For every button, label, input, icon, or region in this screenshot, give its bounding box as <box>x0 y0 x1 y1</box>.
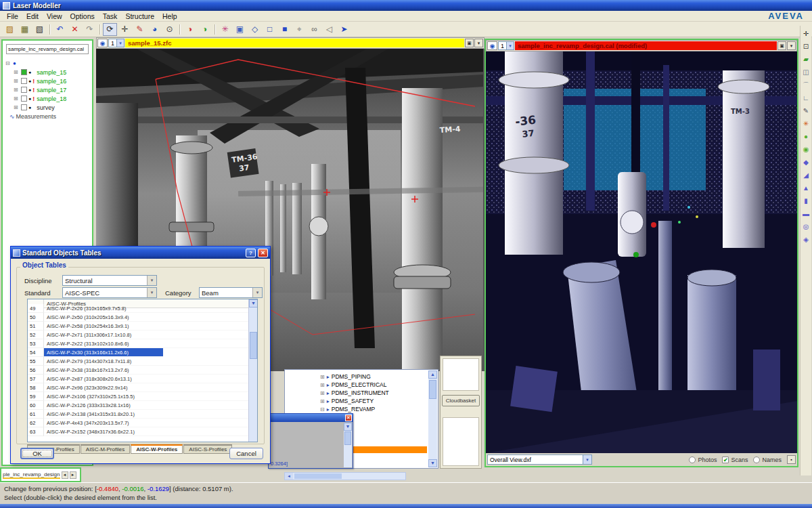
model-sphere-icon[interactable]: ◑ <box>198 23 212 36</box>
cancel-button[interactable]: Cancel <box>229 448 263 459</box>
tree-root-expand-icon[interactable]: ⊟ <box>5 60 12 66</box>
scan-sphere-icon[interactable]: ◑ <box>183 23 197 36</box>
open-model-icon[interactable]: ▦ <box>18 23 32 36</box>
menu-file[interactable]: File <box>3 12 22 21</box>
viewport-camera-icon[interactable]: ◉ <box>487 41 497 50</box>
table-row[interactable]: 59 AISC-W-P-2x106 (327x310x25.1x15.5) <box>28 392 248 401</box>
selected-row-highlight[interactable] <box>346 446 427 453</box>
chevron-down-icon[interactable]: ▾ <box>116 39 124 47</box>
dialog-titlebar[interactable]: Standard Objects Tables ? ✕ <box>11 247 270 259</box>
expand-icon[interactable]: ⊞ <box>14 104 20 110</box>
tree-item-sample-18[interactable]: ⊞ ● ! sample_18 <box>5 94 92 103</box>
table-scrollbar[interactable]: ▲ ▼ <box>248 299 257 442</box>
scrollbar-thumb[interactable] <box>294 473 342 479</box>
rail-box-icon[interactable]: ▮ <box>801 194 811 207</box>
tab-aisc-m-profiles[interactable]: AISC-M-Profiles <box>81 444 130 454</box>
model-view-number-select[interactable]: 1 ▾ <box>498 41 514 50</box>
cube-icon[interactable]: ■ <box>277 23 292 36</box>
window-titlebar[interactable]: Laser Modeller <box>0 0 812 11</box>
table-row[interactable]: 49 AISC-W-P-2x26 (310x165x9.7x5.8) <box>28 304 248 313</box>
chevron-down-icon[interactable]: ▾ <box>147 276 156 285</box>
menu-help[interactable]: Help <box>158 12 181 21</box>
menu-view[interactable]: View <box>43 12 66 21</box>
table-row[interactable]: 60 AISC-W-P-2x126 (333x313x28.1x16) <box>28 401 248 410</box>
rail-poly-icon[interactable]: ◈ <box>801 233 811 246</box>
rail-move-icon[interactable]: ✛ <box>801 27 811 40</box>
toggle-names[interactable]: Names <box>753 457 782 463</box>
scroll-down-icon[interactable]: ▼ <box>428 459 437 467</box>
table-row[interactable]: 50 AISC-W-P-2x50 (310x205x16.3x9.4) <box>28 313 248 322</box>
scan-viewport-title[interactable]: sample_15.zfc <box>125 39 464 47</box>
table-row[interactable]: 53 AISC-W-P-2x22 (313x102x10.8x6.6) <box>28 339 248 348</box>
pdms-item-instrument[interactable]: ⊞ ▸ PDMS_INSTRUMENT <box>285 389 438 397</box>
tab-prev-button[interactable]: ◂ <box>62 471 68 479</box>
rail-wedge-icon[interactable]: ◢ <box>801 169 811 182</box>
scroll-down-icon[interactable]: ▼ <box>249 299 258 308</box>
chevron-down-icon[interactable]: ▾ <box>147 288 156 297</box>
snap-icon[interactable]: ⌖ <box>292 23 307 36</box>
cad-model-render[interactable]: -36 37 TM-3 <box>486 51 797 453</box>
rail-plane-icon[interactable]: ▰ <box>801 53 811 66</box>
measurement-scrollbar[interactable]: ▲ ▼ <box>344 423 352 467</box>
pdms-item-electrical[interactable]: ⊞ ▸ PDMS_ELECTRICAL <box>285 381 438 389</box>
scan-view-number-select[interactable]: 1 ▾ <box>108 39 125 47</box>
link-icon[interactable]: ∞ <box>307 23 321 36</box>
tree-item-sample-15[interactable]: ⊞ ● sample_15 <box>5 68 92 77</box>
expand-icon[interactable]: ⊞ <box>320 398 325 404</box>
rail-trim-icon[interactable]: ✎ <box>801 104 811 117</box>
pdms-item-piping[interactable]: ⊞ ▸ PDMS_PIPING <box>285 373 438 381</box>
pdms-item-revamp[interactable]: ⊟ ▸ PDMS_REVAMP <box>285 405 438 413</box>
table-row[interactable]: 58 AISC-W-P-2x96 (323x309x22.9x14) <box>28 383 248 392</box>
expand-icon[interactable]: ⊞ <box>14 78 20 84</box>
run-icon[interactable]: ➤ <box>337 23 351 36</box>
menu-options[interactable]: Options <box>66 12 99 21</box>
fence-icon[interactable]: □ <box>263 23 277 36</box>
expand-icon[interactable]: ⊞ <box>320 374 325 380</box>
model-viewport-title[interactable]: sample_inc_revamp_design.cal (modified) <box>515 41 777 50</box>
document-tab[interactable]: ple_inc_revamp_design ◂ ▸ <box>0 467 81 482</box>
table-row[interactable]: 61 AISC-W-P-2x138 (341x315x31.8x20.1) <box>28 410 248 419</box>
checkbox-icon[interactable] <box>689 457 696 463</box>
ok-button[interactable]: OK <box>20 448 54 459</box>
standard-select[interactable]: AISC-SPEC ▾ <box>62 287 157 298</box>
axes-icon[interactable]: ✳ <box>218 23 232 36</box>
measurement-window-titlebar[interactable]: ✕ <box>269 414 353 422</box>
chevron-down-icon[interactable]: ▾ <box>252 288 262 297</box>
scrollbar-thumb[interactable] <box>429 380 436 399</box>
open-project-icon[interactable]: ▧ <box>32 23 47 36</box>
expand-icon[interactable]: ⊞ <box>14 69 20 75</box>
section-icon[interactable]: ▣ <box>233 23 247 36</box>
pdms-scrollbar[interactable]: ▲ ▼ <box>428 371 437 467</box>
table-row[interactable]: 54 AISC-W-P-2x30 (313x166x11.2x6.6) <box>28 348 248 357</box>
scrollbar-thumb[interactable] <box>250 332 257 359</box>
table-row[interactable]: 62 AISC-W-P-4x43 (347x203x13.5x7.7) <box>28 419 248 427</box>
scroll-down-icon[interactable]: ▼ <box>344 423 352 431</box>
expand-icon[interactable]: ⊞ <box>14 96 20 102</box>
rotate-view-icon[interactable]: ⟳ <box>103 23 117 36</box>
rail-spheres-icon[interactable]: ◉ <box>801 143 811 156</box>
viewport-maximize-button[interactable]: ▣ <box>777 41 786 50</box>
expand-icon[interactable]: ⊞ <box>320 382 325 388</box>
scan-checkbox[interactable] <box>21 78 27 84</box>
tree-item-sample-17[interactable]: ⊞ ● ! sample_17 <box>5 85 92 94</box>
viewport-maximize-button[interactable]: ▣ <box>465 39 474 47</box>
tree-item-sample-16[interactable]: ⊞ ● ! sample_16 <box>5 77 92 85</box>
table-row[interactable]: 63 AISC-W-P-2x152 (348x317x36.6x22.1) <box>28 427 248 436</box>
zoom-icon[interactable]: ⊙ <box>162 23 177 36</box>
menu-structure[interactable]: Structure <box>121 12 158 21</box>
scan-checkbox[interactable] <box>21 87 27 93</box>
discipline-select[interactable]: Structural ▾ <box>62 275 157 286</box>
chevron-down-icon[interactable]: ▾ <box>583 455 591 464</box>
rail-fit-icon[interactable]: ⊡ <box>801 40 811 53</box>
rail-spray-icon[interactable]: ✳ <box>801 117 811 130</box>
expand-icon[interactable]: ⊞ <box>14 87 20 93</box>
tab-aisc-s-profiles[interactable]: AISC-S-Profiles <box>183 444 232 454</box>
table-row[interactable]: 51 AISC-W-P-2x58 (310x254x16.3x9.1) <box>28 322 248 331</box>
table-row[interactable]: 57 AISC-W-P-2x87 (318x308x20.6x13.1) <box>28 375 248 383</box>
tree-root[interactable]: ⊟ ● <box>5 59 92 68</box>
close-icon[interactable]: ✕ <box>258 249 268 257</box>
menu-task[interactable]: Task <box>99 12 122 21</box>
scroll-left-icon[interactable]: ◂ <box>285 473 293 480</box>
help-icon[interactable]: ? <box>246 249 256 257</box>
undo-icon[interactable]: ↶ <box>53 23 67 36</box>
